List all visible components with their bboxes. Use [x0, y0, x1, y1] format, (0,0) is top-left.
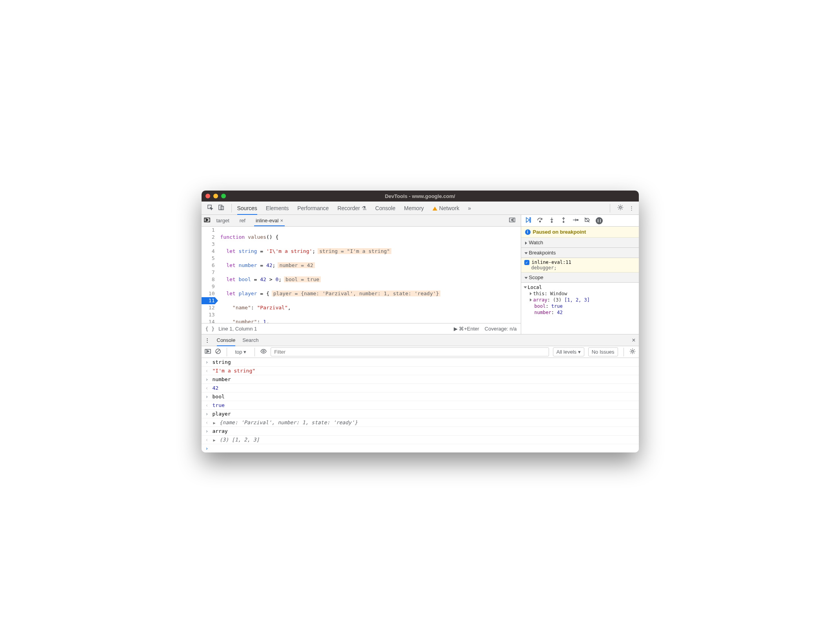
console-sidebar-toggle-icon[interactable]	[205, 348, 211, 356]
pause-on-exceptions-button[interactable]	[596, 217, 603, 224]
step-over-button[interactable]	[537, 217, 543, 224]
console-input-line: array	[213, 428, 228, 434]
inline-value-annotation: bool = true	[284, 276, 321, 282]
live-expression-icon[interactable]	[260, 348, 267, 356]
svg-point-13	[577, 220, 578, 221]
console-input-line: bool	[213, 394, 225, 400]
inline-value-annotation: number = 42	[278, 262, 315, 268]
clear-console-icon[interactable]	[215, 348, 221, 356]
console-output-line: "I'm a string"	[213, 368, 256, 374]
inspect-element-icon[interactable]	[207, 204, 213, 212]
editor-status-bar: { } Line 1, Column 1 ▶ ⌘+Enter Coverage:…	[202, 323, 521, 334]
scope-tree[interactable]: Local this: Window array: (3) [1, 2, 3] …	[521, 283, 639, 317]
svg-marker-7	[511, 219, 513, 221]
step-button[interactable]	[572, 217, 578, 224]
paused-status-banner: i Paused on breakpoint	[521, 227, 639, 238]
svg-marker-8	[526, 218, 529, 222]
console-input-line: string	[213, 359, 231, 365]
cursor-position: Line 1, Column 1	[218, 326, 257, 332]
console-output-line[interactable]: {name: 'Parzival', number: 1, state: 're…	[220, 420, 358, 425]
console-output-line[interactable]: (3) [1, 2, 3]	[220, 437, 260, 443]
device-toolbar-icon[interactable]	[218, 204, 224, 212]
breakpoint-location: inline-eval:11	[532, 260, 571, 265]
close-tab-icon[interactable]: ×	[280, 218, 283, 223]
tab-performance[interactable]: Performance	[297, 202, 329, 214]
tab-elements[interactable]: Elements	[266, 202, 289, 214]
drawer-kebab-icon[interactable]: ⋮	[205, 337, 210, 343]
svg-marker-15	[207, 351, 209, 352]
scope-section-header[interactable]: Scope	[521, 272, 639, 283]
file-tab-target[interactable]: target	[213, 215, 233, 226]
tab-memory[interactable]: Memory	[404, 202, 424, 214]
file-tab-ref[interactable]: ref	[236, 215, 249, 226]
issues-button[interactable]: No Issues	[588, 347, 618, 356]
show-navigator-icon[interactable]	[204, 217, 210, 224]
tab-network[interactable]: Network	[433, 202, 459, 214]
step-into-button[interactable]	[549, 217, 555, 224]
expand-object-icon[interactable]	[213, 437, 220, 443]
code-editor[interactable]: 1234567891011121314 function values() { …	[202, 227, 521, 323]
drawer-tab-search[interactable]: Search	[242, 334, 258, 346]
step-out-button[interactable]	[560, 217, 567, 224]
pretty-print-button[interactable]: { }	[205, 326, 215, 332]
console-toolbar: top ▾ All levels ▾ No Issues	[202, 346, 639, 358]
kebab-menu-icon[interactable]: ⋮	[629, 205, 634, 211]
line-gutter: 1234567891011121314	[202, 227, 217, 323]
drawer-tabs: ⋮ Console Search ×	[202, 334, 639, 346]
breakpoint-checkbox[interactable]: ✓	[524, 260, 529, 265]
paused-message: Paused on breakpoint	[533, 229, 586, 235]
settings-gear-icon[interactable]	[617, 204, 624, 212]
drawer-tab-console[interactable]: Console	[217, 334, 236, 346]
file-tabs: target ref inline-eval×	[202, 215, 521, 227]
svg-point-10	[539, 221, 540, 222]
console-settings-icon[interactable]	[629, 348, 636, 356]
svg-marker-5	[207, 219, 208, 221]
coverage-indicator[interactable]: Coverage: n/a	[485, 326, 517, 332]
more-file-tabs-icon[interactable]	[509, 217, 518, 224]
console-prompt[interactable]	[202, 444, 639, 452]
info-icon: i	[525, 229, 531, 235]
svg-point-18	[631, 351, 633, 352]
svg-point-17	[263, 351, 264, 352]
tab-recorder[interactable]: Recorder ⚗	[337, 202, 366, 214]
svg-point-12	[563, 222, 564, 223]
console-output[interactable]: string "I'm a string" number 42 bool tru…	[202, 358, 639, 452]
inline-value-annotation: player = {name: 'Parzival', number: 1, s…	[272, 291, 441, 296]
watch-section-header[interactable]: Watch	[521, 238, 639, 248]
flask-icon: ⚗	[362, 205, 367, 211]
titlebar: DevTools - www.google.com/	[202, 191, 639, 202]
debugger-sidebar: i Paused on breakpoint Watch Breakpoints…	[521, 215, 639, 334]
window-title: DevTools - www.google.com/	[202, 193, 639, 199]
breakpoints-section-header[interactable]: Breakpoints	[521, 248, 639, 258]
deactivate-breakpoints-button[interactable]	[584, 217, 590, 224]
breakpoint-item[interactable]: ✓inline-eval:11 debugger;	[521, 258, 639, 272]
console-input-line: number	[213, 376, 231, 382]
context-selector[interactable]: top ▾	[233, 348, 249, 356]
close-drawer-icon[interactable]: ×	[632, 337, 635, 344]
devtools-window: DevTools - www.google.com/ Sources Eleme…	[202, 191, 639, 452]
tab-console[interactable]: Console	[375, 202, 395, 214]
more-tabs-button[interactable]: »	[468, 202, 471, 214]
inline-value-annotation: string = "I'm a string"	[318, 248, 391, 254]
expand-object-icon[interactable]	[213, 420, 220, 425]
main-toolbar: Sources Elements Performance Recorder ⚗ …	[202, 202, 639, 215]
resume-button[interactable]	[525, 217, 531, 224]
svg-point-11	[551, 222, 552, 223]
scope-local-label[interactable]: Local	[528, 285, 542, 290]
file-tab-label: inline-eval	[256, 218, 279, 223]
current-execution-line: 11	[202, 297, 215, 304]
warning-icon	[433, 207, 437, 211]
breakpoint-code: debugger;	[531, 265, 557, 271]
code-content[interactable]: function values() { let string = 'I\'m a…	[217, 227, 521, 323]
filter-input[interactable]	[271, 347, 549, 356]
run-snippet-button[interactable]: ▶ ⌘+Enter	[454, 326, 479, 332]
file-tab-inline-eval[interactable]: inline-eval×	[252, 215, 287, 226]
svg-rect-1	[219, 205, 222, 210]
svg-point-3	[619, 207, 621, 209]
debugger-controls	[521, 215, 639, 227]
log-levels-dropdown[interactable]: All levels ▾	[553, 347, 584, 356]
console-output-line: true	[213, 402, 225, 408]
console-output-line: 42	[213, 385, 219, 391]
console-input-line: player	[213, 411, 231, 417]
tab-sources[interactable]: Sources	[237, 202, 257, 214]
